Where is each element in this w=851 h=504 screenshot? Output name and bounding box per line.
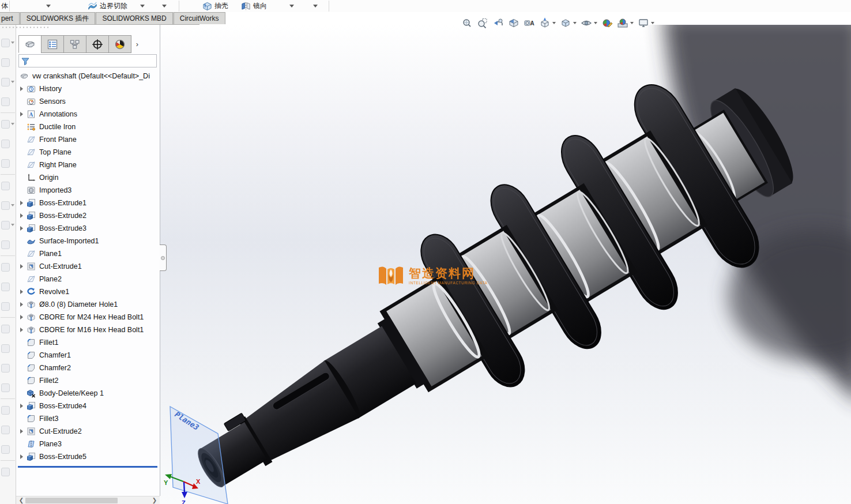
tree-item[interactable]: Chamfer1 [16, 349, 159, 362]
left-toolbar-button[interactable] [0, 378, 16, 397]
left-toolbar-button[interactable] [0, 195, 16, 215]
shell-button[interactable]: 抽壳 [202, 0, 228, 12]
apply-scene-button[interactable] [616, 16, 635, 30]
left-toolbar-button[interactable] [0, 257, 16, 277]
tree-item[interactable]: Body-Delete/Keep 1 [16, 387, 159, 400]
left-toolbar-button[interactable] [0, 33, 16, 52]
tree-item[interactable]: Boss-Extrude5 [16, 450, 159, 463]
tree-filter-input[interactable] [18, 54, 157, 67]
tree-item[interactable]: Boss-Extrude4 [16, 400, 159, 412]
mirror-button[interactable]: 镜向 [241, 0, 267, 12]
left-toolbar-button[interactable] [0, 277, 16, 296]
expand-arrow-icon[interactable] [16, 213, 27, 218]
panel-gripper[interactable] [1, 26, 51, 29]
tree-item[interactable]: Sensors [16, 95, 159, 108]
tree-item[interactable]: Fillet3 [16, 412, 159, 425]
tree-item[interactable]: Plane1 [16, 247, 159, 260]
chevron-down-icon[interactable] [11, 224, 14, 226]
tree-item[interactable]: Plane3 [16, 438, 159, 450]
hide-show-items-button[interactable] [579, 16, 598, 30]
toolbar-dropdown[interactable] [162, 0, 167, 12]
left-toolbar-button[interactable] [0, 92, 16, 111]
tree-item[interactable]: Top Plane [16, 146, 159, 159]
expand-arrow-icon[interactable] [16, 86, 27, 91]
panel-tabs-overflow[interactable]: › [131, 35, 144, 53]
tab-dimxpert-partial[interactable]: pert [0, 12, 20, 24]
expand-arrow-icon[interactable] [16, 302, 27, 307]
dynamic-annotation-views-button[interactable]: A [522, 16, 536, 30]
tree-item[interactable]: Origin [16, 171, 159, 184]
view-settings-button[interactable] [637, 16, 656, 30]
zoom-to-fit-button[interactable] [460, 16, 474, 30]
crankshaft-model[interactable]: Plane3 Y X Z [160, 25, 851, 504]
left-toolbar-button[interactable] [0, 400, 16, 420]
toolbar-partial-button[interactable]: 体 [1, 0, 8, 12]
left-toolbar-button[interactable] [0, 114, 16, 134]
chevron-down-icon[interactable] [651, 22, 654, 24]
toolbar-dropdown[interactable] [46, 0, 51, 12]
dimxpertmanager-tab[interactable] [86, 35, 109, 53]
left-toolbar-button[interactable] [0, 358, 16, 378]
expand-arrow-icon[interactable] [16, 429, 27, 434]
left-toolbar-button[interactable] [0, 72, 16, 92]
scroll-right-icon[interactable]: ❯ [150, 497, 159, 504]
tree-item[interactable]: Fillet1 [16, 336, 159, 349]
featuremanager-tab[interactable] [18, 35, 42, 53]
tree-item[interactable]: Revolve1 [16, 285, 159, 298]
scroll-left-icon[interactable]: ❮ [17, 497, 25, 504]
tree-horizontal-scrollbar[interactable]: ❮ ❯ [16, 496, 160, 504]
displaymanager-tab[interactable] [108, 35, 131, 53]
tab-circuitworks[interactable]: CircuitWorks [174, 12, 225, 24]
tree-item[interactable]: Ductile Iron [16, 121, 159, 133]
expand-arrow-icon[interactable] [16, 404, 27, 408]
view-orientation-button[interactable] [538, 16, 557, 30]
left-toolbar-button[interactable] [0, 319, 16, 338]
configurationmanager-tab[interactable] [63, 35, 86, 53]
tree-item[interactable]: Ø8.0 (8) Diameter Hole1 [16, 298, 159, 311]
tree-item[interactable]: Boss-Extrude2 [16, 209, 159, 222]
left-toolbar-button[interactable] [0, 420, 16, 439]
expand-arrow-icon[interactable] [16, 454, 27, 459]
chevron-down-icon[interactable] [11, 42, 14, 44]
tree-item[interactable]: AAnnotations [16, 108, 159, 121]
zoom-to-area-button[interactable] [476, 16, 489, 30]
expand-arrow-icon[interactable] [16, 226, 27, 231]
tree-item[interactable]: Fillet2 [16, 374, 159, 387]
left-toolbar-button[interactable] [0, 176, 16, 195]
tree-item[interactable]: Cut-Extrude1 [16, 260, 159, 273]
left-toolbar-button[interactable] [0, 153, 16, 173]
expand-arrow-icon[interactable] [16, 112, 27, 116]
tree-item[interactable]: Right Plane [16, 159, 159, 171]
propertymanager-tab[interactable] [41, 35, 64, 53]
expand-arrow-icon[interactable] [16, 201, 27, 205]
panel-splitter-handle[interactable] [160, 245, 167, 271]
left-toolbar-button[interactable] [0, 134, 16, 153]
edit-appearance-button[interactable] [600, 16, 614, 30]
left-toolbar-button[interactable] [0, 462, 16, 482]
section-view-button[interactable] [507, 16, 521, 30]
tree-item[interactable]: Boss-Extrude3 [16, 222, 159, 235]
left-toolbar-button[interactable] [0, 296, 16, 316]
scrollbar-thumb[interactable] [25, 498, 118, 503]
plane3-reference[interactable]: Plane3 [170, 407, 228, 504]
tab-solidworks-mbd[interactable]: SOLIDWORKS MBD [96, 12, 172, 24]
left-toolbar-button[interactable] [0, 235, 16, 254]
chevron-down-icon[interactable] [573, 22, 577, 24]
tree-item[interactable]: Imported3 [16, 184, 159, 197]
toolbar-dropdown[interactable] [289, 0, 294, 12]
tab-solidworks-addins[interactable]: SOLIDWORKS 插件 [20, 12, 96, 24]
expand-arrow-icon[interactable] [16, 289, 27, 294]
left-toolbar-button[interactable] [0, 215, 16, 235]
chevron-down-icon[interactable] [594, 22, 597, 24]
tree-item[interactable]: CBORE for M16 Hex Head Bolt1 [16, 324, 159, 336]
tree-item[interactable]: Boss-Extrude1 [16, 197, 159, 209]
chevron-down-icon[interactable] [552, 22, 556, 24]
chevron-down-icon[interactable] [11, 81, 14, 83]
tree-root-item[interactable]: vw crankshaft (Default<<Default>_Di [16, 70, 159, 82]
chevron-down-icon[interactable] [11, 204, 14, 206]
tree-item[interactable]: History [16, 82, 159, 95]
tree-item[interactable]: CBORE for M24 Hex Head Bolt1 [16, 311, 159, 324]
tree-item[interactable]: Surface-Imported1 [16, 235, 159, 247]
left-toolbar-button[interactable] [0, 52, 16, 72]
display-style-button[interactable] [559, 16, 578, 30]
